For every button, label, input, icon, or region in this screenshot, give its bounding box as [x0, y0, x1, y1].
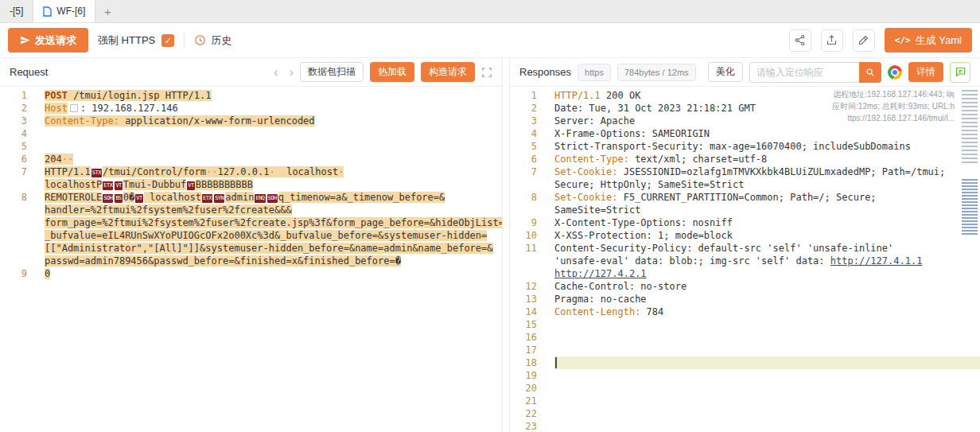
share-icon: [794, 34, 806, 46]
code-line[interactable]: 2Host: 192.168.127.146: [0, 102, 502, 115]
add-tab-button[interactable]: +: [95, 0, 119, 22]
code-line[interactable]: 5: [0, 140, 502, 153]
request-panel-header: Request ‹ › 数据包扫描 热加载 构造请求: [0, 58, 502, 87]
line-content: Content-Type: text/xml; charset=utf-8: [554, 153, 980, 165]
code-line[interactable]: 12Cache-Control: no-store: [510, 280, 980, 293]
edit-button[interactable]: [853, 29, 875, 52]
code-segment: Host: [45, 103, 68, 114]
code-line[interactable]: 17: [510, 344, 980, 356]
line-content: Set-Cookie: JSESSIONID=ozlafg1mTMVKXkbk4…: [554, 165, 980, 178]
code-line[interactable]: [["Administrator","[All]"]]&systemuser-h…: [0, 242, 502, 255]
code-line[interactable]: 9X-Content-Type-Options: nosniff: [510, 216, 980, 229]
code-line[interactable]: 6Content-Type: text/xml; charset=utf-8: [510, 153, 980, 165]
force-https-label: 强制 HTTPS: [98, 33, 155, 48]
code-line[interactable]: 90: [0, 267, 502, 280]
line-number: 4: [0, 127, 27, 140]
code-line[interactable]: 16: [510, 331, 980, 344]
line-number: [510, 267, 537, 280]
code-line[interactable]: 1HTTP/1.1 200 OK: [510, 89, 980, 102]
code-line[interactable]: SameSite=Strict: [510, 204, 980, 216]
code-segment: q_timenow=a&_timenow_before=&: [278, 192, 445, 203]
code-line[interactable]: 10X-XSS-Protection: 1; mode=block: [510, 229, 980, 242]
line-content: _bufvalue=eIL4RUnSwXYoPUIOGcOFx2o00Xc%3d…: [45, 229, 502, 242]
code-line[interactable]: form_page=%2ftmui%2fsystem%2fuser%2fcrea…: [0, 216, 502, 229]
control-char-badge: ETX: [202, 194, 212, 203]
code-line[interactable]: 14Content-Length: 784: [510, 306, 980, 318]
line-number: 10: [510, 229, 537, 242]
code-segment: �: [129, 192, 134, 203]
line-number: 9: [510, 216, 537, 229]
construct-request-button[interactable]: 构造请求: [421, 62, 475, 82]
code-line[interactable]: handler=%2ftmui%2fsystem%2fuser%2fcreate…: [0, 204, 502, 216]
code-line[interactable]: _bufvalue=eIL4RUnSwXYoPUIOGcOFx2o00Xc%3d…: [0, 229, 502, 242]
code-line[interactable]: localhostPETXVTTmui-DubbufVTBBBBBBBBBB: [0, 178, 502, 191]
fullscreen-button[interactable]: [481, 67, 492, 78]
code-segment: passwd=admin789456&passwd_before=&finish…: [45, 255, 395, 267]
code-line[interactable]: 6204··: [0, 153, 502, 165]
request-title: Request: [10, 66, 48, 78]
code-line[interactable]: 8REMOTEROLESOHBS0�VT localhostETXSYNadmi…: [0, 191, 502, 204]
code-line[interactable]: Secure; HttpOnly; SameSite=Strict: [510, 178, 980, 191]
request-editor[interactable]: 1POST /tmui/login.jsp HTTP/1.12Host: 192…: [0, 87, 502, 432]
line-number: 8: [510, 191, 537, 204]
code-line[interactable]: 22: [510, 407, 980, 420]
tab-wf6[interactable]: WF-[6]: [33, 0, 95, 22]
code-line[interactable]: 'unsafe-eval' data: blob:; img-src 'self…: [510, 255, 980, 267]
code-line[interactable]: 19: [510, 369, 980, 382]
code-segment: 204: [45, 154, 62, 165]
code-line[interactable]: 20: [510, 382, 980, 395]
send-request-button[interactable]: 发送请求: [8, 28, 88, 53]
line-content: [554, 382, 980, 395]
next-request-button[interactable]: ›: [290, 66, 294, 79]
tab-label: -[5]: [10, 6, 23, 17]
code-line[interactable]: 21: [510, 395, 980, 407]
code-segment: BBBBBBBBBB: [196, 179, 253, 190]
search-input[interactable]: [749, 62, 859, 83]
code-segment: Tmui-Dubbuf: [123, 179, 186, 190]
code-line[interactable]: 3Server: Apache: [510, 115, 980, 127]
hot-reload-button[interactable]: 热加载: [370, 62, 414, 82]
code-line[interactable]: 7Set-Cookie: JSESSIONID=ozlafg1mTMVKXkbk…: [510, 165, 980, 178]
code-line[interactable]: 3Content-Type: application/x-www-form-ur…: [0, 115, 502, 127]
code-line[interactable]: 8Set-Cookie: F5_CURRENT_PARTITION=Common…: [510, 191, 980, 204]
code-line[interactable]: 11Content-Security-Policy: default-src '…: [510, 242, 980, 255]
response-editor[interactable]: 远程地址:192.168.127.146:443; 响 应时间:12ms; 总耗…: [510, 87, 980, 432]
code-line[interactable]: 5Strict-Transport-Security: max-age=1607…: [510, 140, 980, 153]
line-number: 6: [0, 153, 27, 165]
details-button[interactable]: 详情: [908, 62, 943, 82]
history-button[interactable]: 历史: [194, 33, 231, 48]
line-number: [0, 216, 27, 229]
code-line[interactable]: 4: [0, 127, 502, 140]
force-https-checkbox[interactable]: ✓: [161, 34, 174, 47]
code-line[interactable]: passwd=admin789456&passwd_before=&finish…: [0, 255, 502, 267]
beautify-button[interactable]: 美化: [708, 62, 743, 82]
control-char-badge: STX: [91, 169, 102, 177]
check-icon: ✓: [165, 36, 172, 45]
share-button[interactable]: [789, 29, 811, 52]
packet-scan-button[interactable]: 数据包扫描: [300, 62, 364, 82]
code-segment: REMOTEROLE: [45, 192, 102, 203]
export-button[interactable]: [821, 29, 843, 52]
search-button[interactable]: [859, 62, 881, 83]
code-line[interactable]: 4X-Frame-Options: SAMEORIGIN: [510, 127, 980, 140]
line-number: 18: [510, 356, 537, 369]
panel-splitter[interactable]: [503, 58, 510, 432]
open-in-chrome-button[interactable]: [888, 65, 902, 80]
code-line[interactable]: 7HTTP/1.1STX/tmui/Control/form··127.0.0.…: [0, 165, 502, 178]
code-line[interactable]: 2Date: Tue, 31 Oct 2023 21:18:21 GMT: [510, 102, 980, 115]
tab-5[interactable]: -[5]: [0, 0, 33, 22]
code-segment: Set-Cookie:: [554, 192, 617, 203]
feedback-button[interactable]: [950, 62, 970, 83]
prev-request-button[interactable]: ‹: [274, 66, 278, 79]
code-line[interactable]: 15: [510, 318, 980, 331]
code-line[interactable]: 18: [510, 356, 980, 369]
line-number: 16: [510, 331, 537, 344]
code-line[interactable]: 23: [510, 420, 980, 432]
generate-yaml-button[interactable]: </> 生成 Yaml: [885, 28, 972, 53]
code-line[interactable]: http://127.4.2.1: [510, 267, 980, 280]
code-segment: http://127.4.2.1: [554, 268, 647, 279]
line-number: 5: [510, 140, 537, 153]
line-content: http://127.4.2.1: [554, 267, 980, 280]
code-line[interactable]: 1POST /tmui/login.jsp HTTP/1.1: [0, 89, 502, 102]
code-line[interactable]: 13Pragma: no-cache: [510, 293, 980, 306]
